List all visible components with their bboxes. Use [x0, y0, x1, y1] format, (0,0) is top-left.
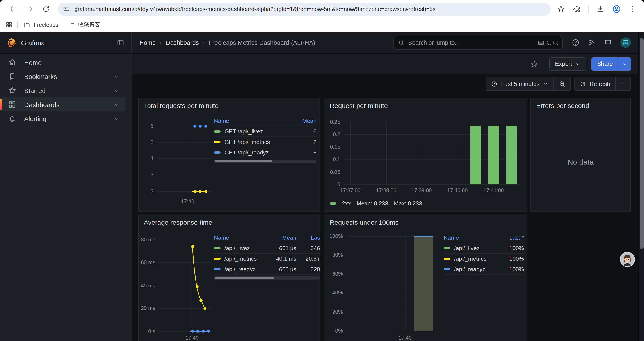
- bookmark-label: Freeleaps: [34, 22, 58, 28]
- legend-header-name[interactable]: Name: [214, 234, 271, 241]
- chevron-down-icon[interactable]: [114, 74, 119, 79]
- news-rss-icon[interactable]: [588, 39, 596, 47]
- user-avatar[interactable]: [620, 37, 631, 48]
- data-point: [193, 124, 196, 128]
- forward-button[interactable]: [23, 3, 36, 15]
- time-range-picker[interactable]: Last 5 minutes: [486, 77, 553, 90]
- bar-2xx: [488, 126, 499, 184]
- sidebar-item-bookmarks[interactable]: Bookmarks: [0, 69, 126, 83]
- panel-average-response-time[interactable]: Average response time 80 ms 60 ms 40 ms …: [138, 215, 320, 341]
- zoom-out-button[interactable]: [554, 77, 570, 90]
- chevron-down-icon[interactable]: [114, 116, 119, 121]
- series-name[interactable]: GET /api/_metrics: [224, 139, 294, 145]
- bell-icon: [8, 114, 17, 123]
- legend-row[interactable]: GET /api/_metrics 2: [214, 137, 316, 147]
- dock-menu-icon[interactable]: [116, 39, 124, 47]
- share-button[interactable]: Share: [592, 57, 631, 71]
- legend-row[interactable]: GET /api/_livez 6: [214, 126, 316, 137]
- legend-table: Name Mean GET /api/_livez 6 GET /api/_me…: [214, 116, 316, 163]
- extensions-icon[interactable]: [572, 5, 581, 13]
- sidebar-item-alerting[interactable]: Alerting: [0, 112, 126, 126]
- sidebar-item-starred[interactable]: Starred: [0, 83, 126, 97]
- legend-scrollbar[interactable]: [214, 160, 316, 163]
- bookmark-folder-freeleaps[interactable]: Freeleaps: [23, 21, 58, 28]
- grafana-logo[interactable]: [6, 38, 17, 48]
- browser-menu-icon[interactable]: [629, 5, 637, 13]
- share-menu-arrow[interactable]: [618, 57, 631, 71]
- legend-row[interactable]: /api/_readyz 100%: [444, 264, 524, 275]
- dashboard-canvas: Export Share Last 5 minutes: [132, 54, 644, 341]
- apps-grid-icon[interactable]: [5, 21, 13, 29]
- data-point: [191, 329, 194, 333]
- bookmark-star-icon[interactable]: [557, 5, 565, 13]
- refresh-button[interactable]: Refresh: [574, 77, 615, 90]
- page-scrollbar[interactable]: [638, 32, 644, 341]
- bookmark-folder-blogs[interactable]: 收藏博客: [68, 21, 100, 29]
- panel-request-per-minute[interactable]: Request per minute 0.25 0.2 0.15 0.1 0.0…: [324, 98, 527, 212]
- series-name[interactable]: /api/_readyz: [454, 266, 501, 272]
- back-button[interactable]: [6, 3, 19, 15]
- legend-row[interactable]: /api/_readyz 605 µs 620: [214, 264, 320, 275]
- kiosk-monitor-icon[interactable]: [604, 39, 612, 47]
- chevron-down-icon[interactable]: [114, 102, 119, 107]
- legend-inline[interactable]: 2xx Mean: 0.233 Max: 0.233: [330, 200, 422, 207]
- sidebar-item-label: Dashboards: [24, 101, 60, 108]
- breadcrumb-home[interactable]: Home: [140, 39, 156, 46]
- series-last: 100%: [501, 266, 524, 272]
- legend-header-last[interactable]: Last *: [501, 234, 524, 241]
- breadcrumb-dashboards[interactable]: Dashboards: [166, 39, 199, 46]
- export-button[interactable]: Export: [549, 57, 586, 71]
- panel-requests-under-100ms[interactable]: Requests under 100ms 100% 80% 60% 40% 20…: [324, 215, 527, 341]
- legend-header-mean[interactable]: Mean: [294, 118, 316, 124]
- legend-header: Name Mean Las: [214, 233, 320, 243]
- legend-row[interactable]: /api/_metrics 40.1 ms 20.5 r: [214, 254, 320, 264]
- url-text[interactable]: grafana.mathmast.com/d/deytv4rwavabkb/fr…: [74, 6, 547, 12]
- legend-scrollbar-thumb[interactable]: [215, 277, 274, 279]
- reload-button[interactable]: [40, 3, 52, 15]
- sidebar-item-home[interactable]: Home: [0, 55, 126, 69]
- series-name[interactable]: /api/_livez: [454, 245, 501, 251]
- series-name[interactable]: GET /api/_readyz: [224, 149, 294, 156]
- downloads-icon[interactable]: [596, 5, 604, 13]
- legend-header-mean[interactable]: Mean: [271, 234, 296, 241]
- series-name[interactable]: /api/_metrics: [224, 255, 271, 262]
- panel-total-requests[interactable]: Total requests per minute 6 5 4 3 2 17:4…: [138, 98, 320, 212]
- sidebar-item-label: Starred: [24, 87, 46, 94]
- search-input[interactable]: Search or jump to... ⌘+k: [393, 36, 563, 49]
- legend-scrollbar-thumb[interactable]: [215, 160, 272, 162]
- refresh-interval-picker[interactable]: [616, 77, 630, 90]
- chevron-down-icon: [543, 81, 548, 87]
- help-icon[interactable]: [572, 39, 580, 47]
- panel-title: Request per minute: [330, 102, 388, 109]
- legend-row[interactable]: /api/_livez 661 µs 646: [214, 243, 320, 254]
- site-settings-icon[interactable]: [63, 6, 70, 13]
- sidebar-item-label: Home: [24, 59, 42, 66]
- legend-header-last[interactable]: Las: [300, 234, 320, 241]
- series-name[interactable]: GET /api/_livez: [224, 128, 294, 135]
- gridline: [157, 158, 211, 159]
- share-label[interactable]: Share: [592, 57, 618, 71]
- legend-row[interactable]: GET /api/_readyz 6: [214, 147, 316, 158]
- refresh-icon: [579, 81, 586, 87]
- panel-errors-per-second[interactable]: Errors per second No data: [530, 98, 631, 212]
- series-name[interactable]: /api/_readyz: [224, 266, 271, 272]
- assistant-avatar[interactable]: [620, 251, 635, 267]
- legend-header-name[interactable]: Name: [444, 234, 501, 241]
- series-name[interactable]: /api/_metrics: [454, 255, 501, 262]
- legend-row[interactable]: /api/_metrics 100%: [444, 254, 524, 264]
- series-name[interactable]: 2xx: [342, 200, 351, 207]
- address-bar[interactable]: grafana.mathmast.com/d/deytv4rwavabkb/fr…: [58, 3, 550, 16]
- data-point: [200, 299, 202, 302]
- legend-header-name[interactable]: Name: [214, 118, 294, 124]
- legend-row[interactable]: /api/_livez 100%: [444, 243, 524, 254]
- legend-scrollbar[interactable]: [214, 276, 320, 279]
- series-name[interactable]: /api/_livez: [224, 245, 271, 251]
- series-color-green: [214, 131, 220, 133]
- search-shortcut: ⌘+k: [538, 39, 558, 46]
- favorite-star-icon[interactable]: [530, 60, 538, 68]
- profile-icon[interactable]: [612, 5, 621, 14]
- chevron-down-icon[interactable]: [114, 88, 119, 93]
- x-tick: 17:40:00: [444, 187, 472, 194]
- sidebar-item-dashboards[interactable]: Dashboards: [0, 97, 126, 112]
- page-scrollbar-thumb[interactable]: [640, 38, 644, 249]
